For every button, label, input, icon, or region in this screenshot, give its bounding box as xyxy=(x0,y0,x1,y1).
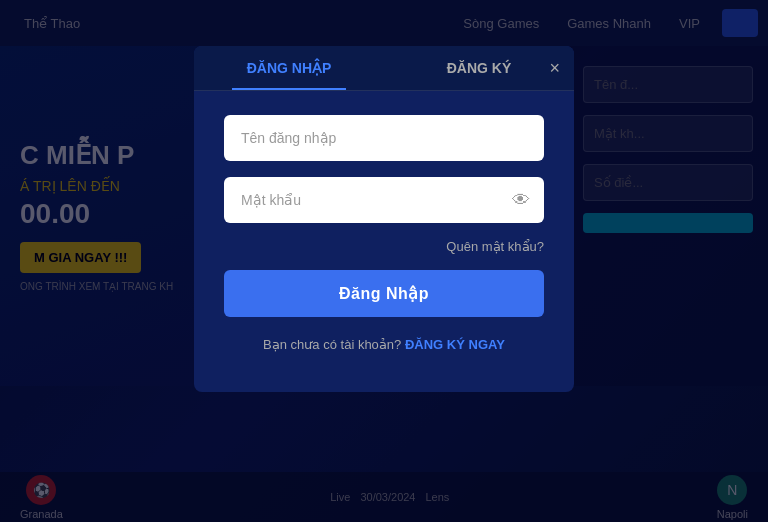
modal-tabs: ĐĂNG NHẬP ĐĂNG KÝ × xyxy=(194,46,574,91)
login-button[interactable]: Đăng Nhập xyxy=(224,270,544,317)
modal-close-button[interactable]: × xyxy=(549,58,560,79)
tab-register[interactable]: ĐĂNG KÝ xyxy=(384,46,574,90)
modal-body: 👁 Quên mật khẩu? Đăng Nhập Bạn chưa có t… xyxy=(194,91,574,352)
forgot-password-link[interactable]: Quên mật khẩu? xyxy=(224,239,544,254)
no-account-text: Bạn chưa có tài khoản? xyxy=(263,337,401,352)
username-field-wrap xyxy=(224,115,544,161)
login-modal: ĐĂNG NHẬP ĐĂNG KÝ × 👁 Quên mật khẩu? Đăn… xyxy=(194,46,574,392)
register-prompt: Bạn chưa có tài khoản? ĐĂNG KÝ NGAY xyxy=(224,337,544,352)
toggle-password-icon[interactable]: 👁 xyxy=(512,190,530,211)
password-input[interactable] xyxy=(224,177,544,223)
password-field-wrap: 👁 xyxy=(224,177,544,223)
register-now-link[interactable]: ĐĂNG KÝ NGAY xyxy=(405,337,505,352)
tab-login[interactable]: ĐĂNG NHẬP xyxy=(194,46,384,90)
username-input[interactable] xyxy=(224,115,544,161)
